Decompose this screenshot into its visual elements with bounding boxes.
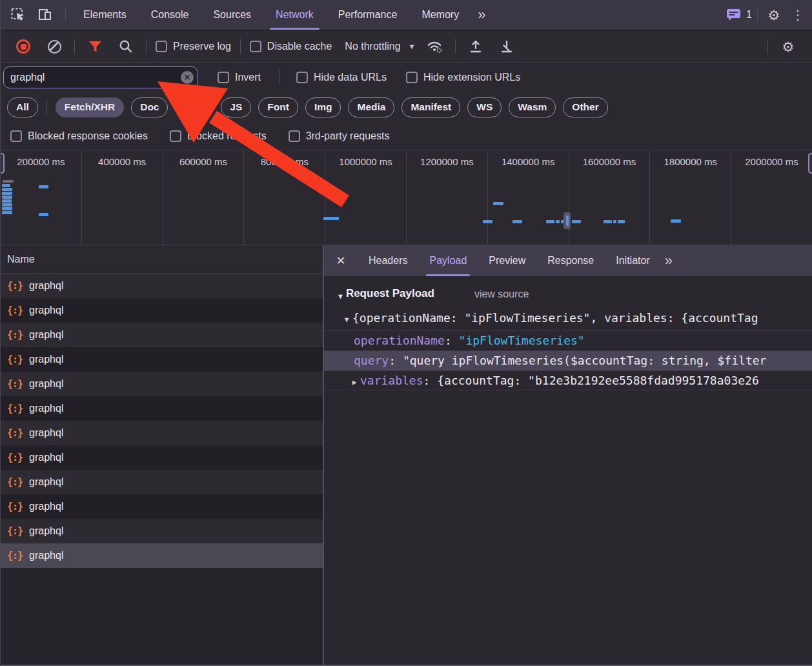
more-detail-tabs-button[interactable]: »	[665, 254, 671, 268]
detail-tab-response[interactable]: Response	[536, 245, 605, 276]
waterfall-bar	[3, 180, 14, 183]
request-row[interactable]: {:}graphql	[1, 519, 323, 543]
blocked-response-cookies-checkbox[interactable]: Blocked response cookies	[10, 130, 148, 142]
issues-bubble-icon	[726, 8, 742, 21]
customize-menu-button[interactable]: ⋮	[790, 4, 806, 26]
timeline-tick: 1200000 ms	[407, 150, 488, 245]
divider	[767, 39, 768, 54]
timeline-tick: 2000000 ms	[731, 150, 812, 245]
payload-row-query[interactable]: query: "query ipFlowTimeseries($accountT…	[324, 350, 812, 370]
filter-input[interactable]	[3, 66, 198, 88]
issues-button[interactable]: 1	[726, 8, 752, 21]
fetch-xhr-icon: {:}	[7, 354, 23, 365]
tab-performance[interactable]: Performance	[326, 0, 410, 30]
type-filter-other[interactable]: Other	[563, 97, 607, 117]
request-row[interactable]: {:}graphql	[1, 274, 323, 298]
chevron-down-icon: ▼	[409, 43, 416, 50]
waterfall-bar	[618, 220, 625, 223]
request-row[interactable]: {:}graphql	[1, 494, 323, 519]
fetch-xhr-icon: {:}	[7, 452, 23, 463]
overview-left-handle[interactable]	[0, 153, 5, 174]
name-column-header[interactable]: Name	[1, 245, 323, 274]
preserve-log-checkbox[interactable]: Preserve log	[156, 41, 231, 52]
request-row[interactable]: {:}graphql	[1, 323, 323, 347]
import-har-button[interactable]	[465, 35, 487, 57]
filter-toggle-button[interactable]	[84, 35, 106, 57]
close-icon: ✕	[336, 254, 345, 268]
request-row[interactable]: {:}graphql	[1, 347, 323, 372]
chevron-double-icon: »	[478, 8, 484, 22]
detail-tab-headers[interactable]: Headers	[358, 245, 418, 276]
type-filter-fetch-xhr[interactable]: Fetch/XHR	[56, 97, 124, 117]
tab-elements[interactable]: Elements	[71, 0, 139, 30]
request-row[interactable]: {:}graphql	[1, 445, 323, 470]
inspect-cursor-icon	[10, 7, 26, 23]
tab-console[interactable]: Console	[139, 0, 201, 30]
waterfall-bar	[613, 220, 616, 223]
request-row[interactable]: {:}graphql	[1, 372, 323, 396]
inspect-element-button[interactable]	[7, 4, 29, 26]
close-detail-button[interactable]: ✕	[324, 254, 358, 268]
record-network-log-button[interactable]	[12, 35, 34, 57]
type-filter-media[interactable]: Media	[348, 97, 394, 117]
request-row[interactable]: {:}graphql	[1, 298, 323, 323]
more-tabs-button[interactable]: »	[471, 0, 491, 30]
detail-tab-payload[interactable]: Payload	[418, 245, 478, 276]
request-type-filters: All Fetch/XHR Doc CSS JS Font Img Media …	[1, 92, 812, 122]
type-filter-img[interactable]: Img	[305, 97, 341, 117]
tab-memory[interactable]: Memory	[409, 0, 471, 30]
hide-extension-urls-checkbox[interactable]: Hide extension URLs	[406, 72, 520, 83]
request-row[interactable]: {:}graphql	[1, 421, 323, 445]
waterfall-bar	[2, 199, 12, 203]
waterfall-bar	[2, 203, 12, 207]
detail-tab-initiator[interactable]: Initiator	[605, 245, 660, 276]
invert-checkbox[interactable]: Invert	[218, 72, 261, 83]
detail-tab-preview[interactable]: Preview	[478, 245, 536, 276]
fetch-xhr-icon: {:}	[7, 329, 23, 341]
settings-button[interactable]: ⚙	[763, 4, 785, 26]
waterfall-bar	[2, 192, 12, 195]
third-party-requests-checkbox[interactable]: 3rd-party requests	[289, 130, 390, 142]
type-filter-js[interactable]: JS	[221, 97, 251, 117]
device-toolbar-button[interactable]	[34, 4, 56, 26]
type-filter-wasm[interactable]: Wasm	[509, 97, 556, 117]
request-row[interactable]: {:}graphql	[1, 396, 323, 421]
export-har-button[interactable]	[496, 35, 518, 57]
waterfall-bar	[513, 220, 522, 223]
type-filter-all[interactable]: All	[7, 97, 38, 117]
type-filter-doc[interactable]: Doc	[131, 97, 168, 117]
type-filter-ws[interactable]: WS	[467, 97, 502, 117]
hide-data-urls-checkbox[interactable]: Hide data URLs	[296, 72, 387, 83]
throttling-select[interactable]: No throttling ▼	[345, 41, 415, 52]
payload-row-operationname[interactable]: operationName: "ipFlowTimeseries"	[324, 330, 812, 350]
view-source-link[interactable]: view source	[474, 288, 529, 300]
payload-summary-row[interactable]: ▼{operationName: "ipFlowTimeseries", var…	[324, 307, 812, 330]
network-overview-timeline[interactable]: 200000 ms 400000 ms 600000 ms 800000 ms …	[1, 150, 812, 245]
clear-filter-button[interactable]: ✕	[181, 71, 194, 84]
overview-right-handle[interactable]	[808, 153, 812, 174]
timeline-tick: 1600000 ms	[569, 150, 651, 245]
disable-cache-checkbox[interactable]: Disable cache	[250, 41, 332, 52]
tab-network[interactable]: Network	[263, 0, 326, 30]
record-icon	[16, 39, 30, 54]
payload-row-variables[interactable]: ▶variables: {accountTag: "b12e3b2192ee55…	[324, 370, 812, 390]
waterfall-bar	[2, 196, 12, 199]
tab-sources[interactable]: Sources	[201, 0, 263, 30]
blocked-requests-checkbox[interactable]: Blocked requests	[170, 130, 267, 142]
waterfall-bar	[671, 219, 681, 223]
request-row-selected[interactable]: {:}graphql	[1, 543, 323, 568]
funnel-icon	[88, 41, 102, 53]
search-network-button[interactable]	[115, 35, 137, 57]
type-filter-manifest[interactable]: Manifest	[401, 97, 460, 117]
request-detail-pane: ✕ Headers Payload Preview Response Initi…	[324, 245, 812, 665]
request-row[interactable]: {:}graphql	[1, 470, 323, 494]
type-filter-css[interactable]: CSS	[175, 97, 214, 117]
request-payload-section[interactable]: ▼ Request Payload view source	[324, 276, 812, 307]
waterfall-bar	[2, 188, 12, 191]
network-settings-button[interactable]: ⚙	[777, 35, 799, 57]
clear-network-log-button[interactable]	[43, 35, 65, 57]
waterfall-bar	[2, 184, 10, 187]
waterfall-bar	[493, 202, 503, 205]
network-conditions-button[interactable]	[424, 35, 446, 57]
type-filter-font[interactable]: Font	[258, 97, 298, 117]
